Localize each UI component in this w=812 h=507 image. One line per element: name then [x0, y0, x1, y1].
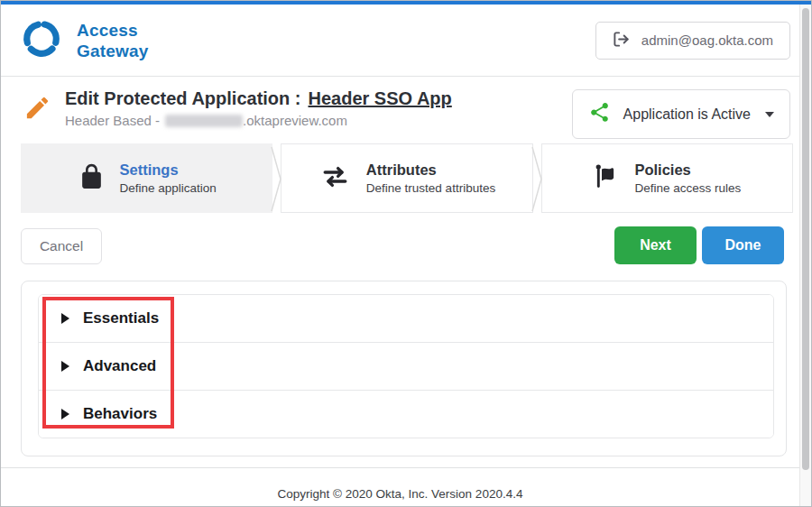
page-title-prefix: Edit Protected Application : [65, 88, 301, 108]
account-email: admin@oag.okta.com [641, 32, 773, 48]
page-titles: Edit Protected Application :Header SSO A… [65, 88, 452, 128]
settings-card: Essentials Advanced Behaviors [21, 281, 787, 456]
tab-attributes-texts: Attributes Define trusted attributes [366, 161, 495, 195]
accordion-section-behaviors[interactable]: Behaviors [39, 391, 773, 438]
next-button[interactable]: Next [614, 226, 697, 264]
tab-settings-description: Define application [120, 181, 217, 195]
caret-right-icon [61, 409, 69, 419]
pencil-icon [23, 94, 51, 125]
caret-right-icon [61, 361, 69, 372]
accordion-section-label: Advanced [83, 357, 156, 375]
brand-line2: Gateway [77, 41, 149, 61]
brand: Access Gateway [21, 18, 149, 63]
tab-attributes-label: Attributes [366, 161, 495, 179]
app-name-link[interactable]: Header SSO App [309, 88, 452, 108]
status-label: Application is Active [623, 106, 751, 123]
tab-attributes-description: Define trusted attributes [366, 181, 495, 195]
tab-separator-chevron-icon [531, 145, 542, 217]
app-window: Access Gateway admin@oag.okta.com Ed [0, 0, 812, 507]
page-footer: Copyright © 2020 Okta, Inc. Version 2020… [1, 467, 799, 507]
accordion-section-advanced[interactable]: Advanced [39, 343, 773, 391]
tab-policies[interactable]: Policies Define access rules [541, 143, 793, 213]
tab-attributes[interactable]: Attributes Define trusted attributes [281, 143, 532, 213]
subtitle-suffix: .oktapreview.com [243, 113, 347, 128]
tab-separator-chevron-icon [271, 145, 281, 217]
top-bar: Access Gateway admin@oag.okta.com [1, 5, 799, 77]
flag-icon [593, 162, 620, 195]
brand-name: Access Gateway [77, 20, 149, 61]
action-buttons-row: Cancel Next Done [21, 226, 784, 266]
lock-icon [78, 161, 106, 196]
tab-policies-label: Policies [634, 161, 741, 179]
tab-settings[interactable]: Settings Define application [21, 143, 272, 213]
logout-icon [613, 31, 630, 51]
caret-right-icon [61, 313, 69, 324]
caret-down-icon [765, 112, 774, 117]
cancel-button[interactable]: Cancel [21, 228, 102, 264]
share-icon [588, 101, 611, 127]
accordion-section-label: Essentials [83, 309, 159, 327]
transfer-arrows-icon [318, 163, 352, 194]
subtitle-prefix: Header Based - [65, 113, 160, 128]
vertical-scrollbar[interactable] [799, 5, 811, 506]
tab-policies-description: Define access rules [634, 181, 741, 195]
accordion-section-label: Behaviors [83, 405, 157, 423]
scrollbar-thumb[interactable] [802, 8, 809, 470]
tab-settings-texts: Settings Define application [120, 161, 217, 195]
settings-accordion: Essentials Advanced Behaviors [38, 294, 774, 438]
account-logout-button[interactable]: admin@oag.okta.com [595, 22, 790, 60]
tab-policies-texts: Policies Define access rules [634, 161, 741, 195]
application-status-dropdown[interactable]: Application is Active [572, 89, 790, 139]
access-gateway-logo-icon [21, 18, 62, 63]
brand-line1: Access [77, 20, 149, 41]
page-header: Edit Protected Application :Header SSO A… [1, 78, 799, 143]
tab-settings-label: Settings [120, 161, 217, 179]
accordion-section-essentials[interactable]: Essentials [39, 295, 773, 343]
wizard-tabs: Settings Define application Attributes D… [21, 143, 793, 213]
page-title: Edit Protected Application :Header SSO A… [65, 88, 452, 109]
redacted-domain-blur [165, 115, 243, 127]
page-subtitle: Header Based - .oktapreview.com [65, 113, 452, 128]
copyright-text: Copyright © 2020 Okta, Inc. Version 2020… [278, 487, 523, 501]
done-button[interactable]: Done [702, 226, 784, 264]
